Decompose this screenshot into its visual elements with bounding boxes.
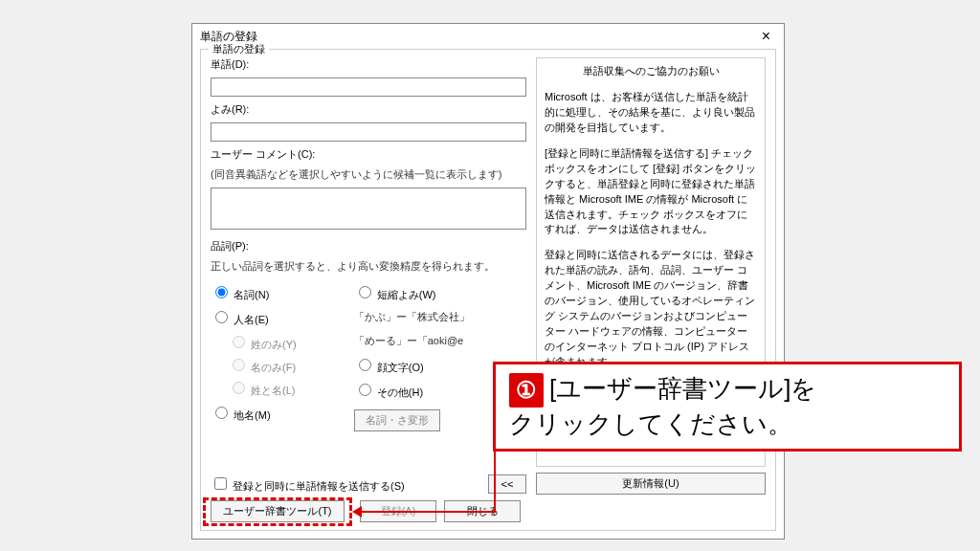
inflection-button[interactable]: 名詞・さ変形 xyxy=(354,409,440,431)
pos-radio-group: 名詞(N) 人名(E) 姓のみ(Y) 名のみ(F) 姓と名(L) 地名(M) 短… xyxy=(211,283,526,431)
info-title: 単語収集へのご協力のお願い xyxy=(545,64,757,79)
word-register-dialog: 単語の登録 × 単語の登録 単語(D): よみ(R): ユーザー コメント(C)… xyxy=(191,23,785,540)
pos-noun[interactable]: 名詞(N) xyxy=(211,283,297,302)
pos-label: 品詞(P): xyxy=(211,239,526,253)
pos-given-only[interactable]: 名のみ(F) xyxy=(228,356,297,375)
example-2: 「めーる」ー「aoki@e xyxy=(354,334,470,348)
pos-place[interactable]: 地名(M) xyxy=(211,404,297,423)
example-1: 「かぶ」ー「株式会社」 xyxy=(354,310,470,324)
update-info-button[interactable]: 更新情報(U) xyxy=(536,473,766,495)
pos-hint: 正しい品詞を選択すると、より高い変換精度を得られます。 xyxy=(211,259,526,274)
annotation-arrow xyxy=(354,511,496,513)
pos-surname-only[interactable]: 姓のみ(Y) xyxy=(228,333,297,352)
annotation-number: ① xyxy=(509,373,544,408)
comment-input[interactable] xyxy=(211,187,526,230)
pos-emoji[interactable]: 顔文字(O) xyxy=(354,356,470,375)
comment-hint: (同音異義語などを選択しやすいように候補一覧に表示します) xyxy=(211,167,526,182)
annotation-text-2: クリックしてください。 xyxy=(509,409,792,438)
group-legend: 単語の登録 xyxy=(209,42,269,56)
info-p3: 登録と同時に送信されるデータには、登録された単語の読み、語句、品詞、ユーザー コ… xyxy=(545,248,757,370)
pos-other[interactable]: その他(H) xyxy=(354,381,470,400)
pos-full-name[interactable]: 姓と名(L) xyxy=(228,379,297,398)
annotation-callout: ①[ユーザー辞書ツール]を クリックしてください。 xyxy=(493,362,962,452)
send-checkbox[interactable]: 登録と同時に単語情報を送信する(S) xyxy=(211,474,405,494)
close-icon[interactable]: × xyxy=(756,27,776,46)
pos-person[interactable]: 人名(E) xyxy=(211,308,297,327)
comment-label: ユーザー コメント(C): xyxy=(211,147,526,162)
word-input[interactable] xyxy=(211,77,526,97)
user-dictionary-tool-button[interactable]: ユーザー辞書ツール(T) xyxy=(211,500,345,522)
reading-input[interactable] xyxy=(211,122,526,142)
annotation-connector xyxy=(494,442,496,513)
main-groupbox: 単語の登録 単語(D): よみ(R): ユーザー コメント(C): (同音異義語… xyxy=(200,49,776,531)
pos-short[interactable]: 短縮よみ(W) xyxy=(354,283,470,302)
word-label: 単語(D): xyxy=(211,57,526,72)
annotation-text-1: [ユーザー辞書ツール]を xyxy=(549,374,816,403)
titlebar: 単語の登録 × xyxy=(192,24,784,49)
reading-label: よみ(R): xyxy=(211,102,526,117)
info-p2: [登録と同時に単語情報を送信する] チェック ボックスをオンにして [登録] ボ… xyxy=(545,146,757,238)
info-p1: Microsoft は、お客様が送信した単語を統計的に処理し、その結果を基に、よ… xyxy=(545,90,757,136)
